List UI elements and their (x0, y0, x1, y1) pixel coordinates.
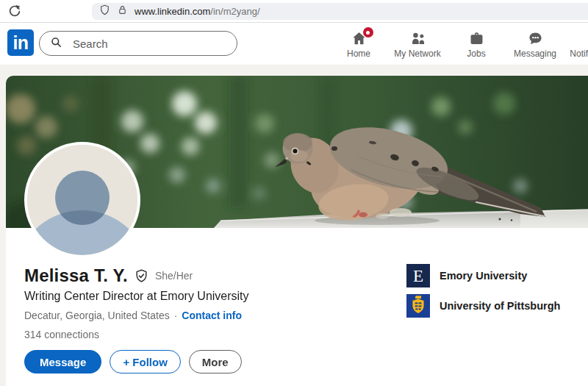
shield-icon[interactable] (98, 4, 111, 19)
nav-my-network[interactable]: My Network (388, 23, 447, 65)
search-box[interactable] (39, 31, 237, 56)
affiliation-name: Emory University (440, 270, 527, 282)
linkedin-header: in Home M (0, 23, 588, 65)
connections-count[interactable]: 314 connections (24, 328, 377, 341)
notification-badge (363, 27, 373, 37)
main-nav: Home My Network Jobs (329, 23, 588, 65)
pronouns: She/Her (155, 270, 193, 282)
pitt-logo (406, 294, 430, 318)
nav-home[interactable]: Home (329, 23, 388, 65)
nav-jobs[interactable]: Jobs (447, 23, 506, 65)
more-button[interactable]: More (189, 350, 242, 374)
contact-info-link[interactable]: Contact info (182, 309, 242, 322)
url-text: www.linkedin.com/in/m2yang/ (135, 6, 260, 17)
verified-badge-icon[interactable] (134, 268, 149, 284)
nav-messaging[interactable]: Messaging (506, 23, 564, 65)
affiliation-name: University of Pittsburgh (440, 300, 560, 312)
speech-bubble-icon (527, 30, 544, 47)
url-path: /in/m2yang/ (210, 6, 259, 17)
linkedin-logo[interactable]: in (7, 29, 34, 56)
browser-toolbar: www.linkedin.com/in/m2yang/ (0, 0, 588, 23)
profile-name: Melissa T. Y. (24, 265, 128, 286)
search-icon (49, 35, 63, 52)
page-background: Melissa T. Y. She/Her Writing Center Dir… (0, 65, 588, 386)
profile-card: Melissa T. Y. She/Her Writing Center Dir… (6, 76, 588, 386)
avatar[interactable] (24, 142, 140, 258)
briefcase-icon (468, 30, 485, 47)
url-host: www.linkedin.com (135, 6, 210, 17)
nav-notifications[interactable]: Notifications (564, 23, 588, 65)
profile-location: Decatur, Georgia, United States (24, 309, 170, 322)
home-icon (351, 30, 368, 47)
reload-icon[interactable] (7, 3, 23, 19)
profile-intro: Melissa T. Y. She/Her Writing Center Dir… (24, 265, 377, 374)
profile-headline: Writing Center Director at Emory Univers… (24, 289, 377, 304)
bell-icon (586, 30, 588, 47)
lock-icon[interactable] (116, 4, 129, 19)
affiliation-emory[interactable]: E Emory University (406, 264, 560, 287)
people-icon (409, 30, 426, 47)
affiliations: E Emory University (406, 264, 560, 318)
follow-button[interactable]: + Follow (110, 350, 180, 374)
address-bar[interactable]: www.linkedin.com/in/m2yang/ (92, 3, 588, 20)
message-button[interactable]: Message (24, 350, 101, 374)
emory-logo: E (406, 264, 430, 287)
affiliation-pittsburgh[interactable]: University of Pittsburgh (406, 294, 560, 318)
location-separator: · (174, 309, 178, 322)
search-input[interactable] (71, 37, 221, 51)
